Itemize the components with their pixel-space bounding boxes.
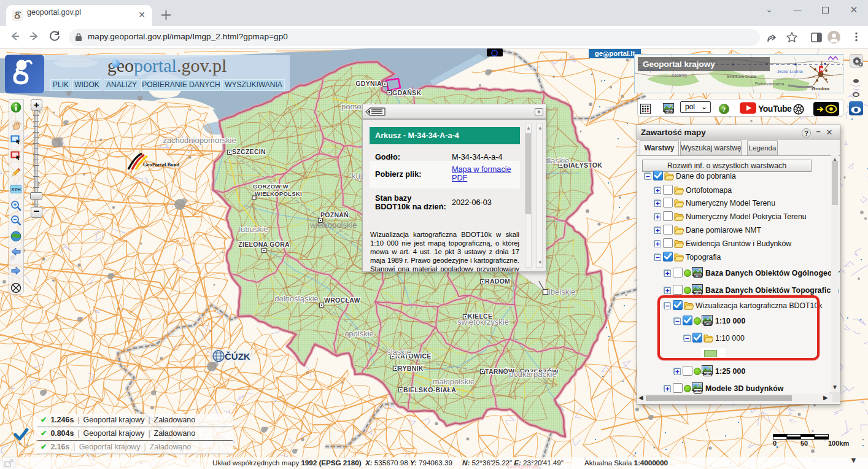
svg-text:wms: wms: [693, 290, 703, 295]
svg-text:RYBNIK: RYBNIK: [398, 365, 424, 372]
svg-text:zachodniopomorskie: zachodniopomorskie: [163, 136, 236, 145]
svg-text:GDYNIA: GDYNIA: [355, 80, 382, 87]
svg-text:50: 50: [800, 440, 808, 447]
svg-text:Kadansy: Kadansy: [672, 73, 688, 78]
svg-text:0: 0: [773, 440, 777, 447]
svg-text:SZCZECIN: SZCZECIN: [232, 148, 266, 155]
svg-text:Svietkovo Dvatie: Svietkovo Dvatie: [727, 74, 757, 79]
svg-text:WROCŁAW: WROCŁAW: [324, 297, 360, 304]
svg-text:ZIELONA GÓRA: ZIELONA GÓRA: [238, 241, 290, 248]
svg-text:100km: 100km: [828, 440, 849, 447]
svg-text:ČÚZK: ČÚZK: [225, 351, 250, 362]
svg-text:wielkopolskie: wielkopolskie: [309, 220, 357, 230]
svg-text:Grodno: Grodno: [812, 86, 829, 91]
svg-text:WIELKOPOLSKI: WIELKOPOLSKI: [255, 190, 302, 197]
svg-text:lubuskie: lubuskie: [239, 225, 268, 234]
svg-text:POZNAŃ: POZNAŃ: [320, 211, 349, 219]
svg-text:YouTube: YouTube: [758, 104, 792, 114]
svg-text:B: B: [820, 67, 824, 72]
svg-text:BIELSKO-BIAŁA: BIELSKO-BIAŁA: [403, 386, 456, 393]
svg-text:opolskie: opolskie: [344, 329, 374, 338]
svg-text:Jezior Lodnia: Jezior Lodnia: [777, 69, 803, 74]
svg-text:Porkarzanowera: Porkarzanowera: [755, 82, 785, 86]
svg-text:wms: wms: [664, 109, 674, 114]
svg-text:wms: wms: [703, 371, 713, 376]
svg-text:małopolskie: małopolskie: [433, 377, 475, 386]
svg-text:BIAŁYSTOK: BIAŁYSTOK: [564, 161, 602, 169]
svg-text:wms: wms: [693, 389, 703, 393]
svg-text:?: ?: [723, 106, 726, 113]
svg-text:GeoPortal.Bund: GeoPortal.Bund: [143, 161, 180, 168]
svg-text:podkarpackie: podkarpackie: [509, 370, 556, 379]
svg-text:wms: wms: [693, 273, 703, 277]
svg-text:GORZÓW W.: GORZÓW W.: [253, 183, 290, 190]
svg-text:świętokrzyskie: świętokrzyskie: [457, 317, 509, 327]
svg-text:dolnośląskie: dolnośląskie: [274, 294, 319, 303]
svg-text:śląskie: śląskie: [387, 347, 411, 357]
svg-text:GDAŃSK: GDAŃSK: [392, 89, 421, 96]
svg-text:XYH: XYH: [11, 187, 20, 192]
